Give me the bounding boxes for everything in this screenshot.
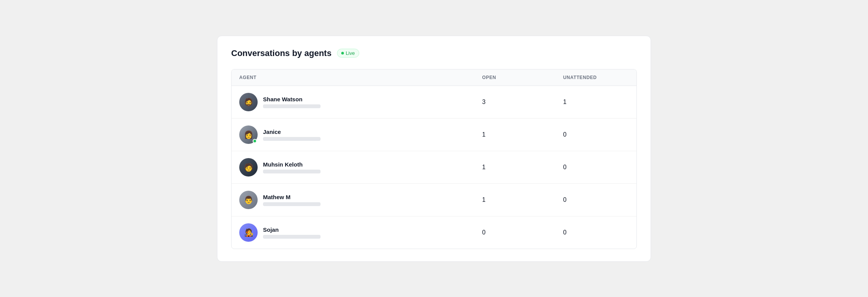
agent-info: Janice <box>263 129 321 141</box>
open-count: 1 <box>475 151 556 183</box>
avatar: 🧑 <box>239 158 258 177</box>
avatar: 🧔 <box>239 93 258 111</box>
agents-table-wrapper: AGENT OPEN UNATTENDED 🧔Shane Watson31👩Ja… <box>231 69 637 249</box>
agent-email-blurred <box>263 235 321 239</box>
agent-info-wrapper: 👩Janice <box>239 125 467 144</box>
open-count: 1 <box>475 183 556 216</box>
col-header-unattended: UNATTENDED <box>556 69 636 86</box>
agent-name: Mathew M <box>263 194 321 200</box>
open-count: 0 <box>475 216 556 249</box>
agent-name: Sojan <box>263 226 321 233</box>
agent-cell-shane-watson: 🧔Shane Watson <box>232 86 475 118</box>
conversations-by-agents-card: Conversations by agents Live AGENT OPEN … <box>217 36 651 262</box>
unattended-count: 0 <box>556 118 636 151</box>
unattended-count: 0 <box>556 183 636 216</box>
table-header: AGENT OPEN UNATTENDED <box>232 69 636 86</box>
agent-name: Shane Watson <box>263 96 321 102</box>
live-label: Live <box>346 50 355 56</box>
unattended-count: 0 <box>556 216 636 249</box>
open-count: 1 <box>475 118 556 151</box>
table-row[interactable]: 👩Janice10 <box>232 118 636 151</box>
table-row[interactable]: 🧔Shane Watson31 <box>232 86 636 118</box>
online-indicator-icon <box>253 139 257 143</box>
table-row[interactable]: 👨Mathew M10 <box>232 183 636 216</box>
col-header-open: OPEN <box>475 69 556 86</box>
agent-name: Muhsin Keloth <box>263 161 321 168</box>
open-count: 3 <box>475 86 556 118</box>
avatar-wrapper: 🧑‍🎤 <box>239 223 258 242</box>
agent-email-blurred <box>263 137 321 141</box>
agents-table: AGENT OPEN UNATTENDED 🧔Shane Watson31👩Ja… <box>232 69 636 249</box>
table-row[interactable]: 🧑‍🎤Sojan00 <box>232 216 636 249</box>
unattended-count: 1 <box>556 86 636 118</box>
agent-email-blurred <box>263 202 321 206</box>
agent-info-wrapper: 🧑‍🎤Sojan <box>239 223 467 242</box>
col-header-agent: AGENT <box>232 69 475 86</box>
avatar-wrapper: 👨 <box>239 191 258 209</box>
table-body: 🧔Shane Watson31👩Janice10🧑Muhsin Keloth10… <box>232 86 636 249</box>
avatar: 👨 <box>239 191 258 209</box>
agent-email-blurred <box>263 104 321 108</box>
agent-cell-mathew-m: 👨Mathew M <box>232 183 475 216</box>
avatar-wrapper: 🧔 <box>239 93 258 111</box>
agent-info: Mathew M <box>263 194 321 206</box>
agent-name: Janice <box>263 129 321 135</box>
live-badge: Live <box>337 49 359 58</box>
avatar-wrapper: 🧑 <box>239 158 258 177</box>
agent-cell-janice: 👩Janice <box>232 118 475 151</box>
agent-info-wrapper: 🧔Shane Watson <box>239 93 467 111</box>
avatar: 🧑‍🎤 <box>239 223 258 242</box>
agent-info: Shane Watson <box>263 96 321 108</box>
live-dot-icon <box>341 52 344 54</box>
agent-info-wrapper: 🧑Muhsin Keloth <box>239 158 467 177</box>
agent-info: Sojan <box>263 226 321 239</box>
table-row[interactable]: 🧑Muhsin Keloth10 <box>232 151 636 183</box>
agent-info-wrapper: 👨Mathew M <box>239 191 467 209</box>
unattended-count: 0 <box>556 151 636 183</box>
agent-info: Muhsin Keloth <box>263 161 321 173</box>
table-header-row: AGENT OPEN UNATTENDED <box>232 69 636 86</box>
card-title: Conversations by agents <box>231 48 332 58</box>
card-header: Conversations by agents Live <box>231 48 637 58</box>
avatar-wrapper: 👩 <box>239 125 258 144</box>
agent-cell-sojan: 🧑‍🎤Sojan <box>232 216 475 249</box>
agent-cell-muhsin-keloth: 🧑Muhsin Keloth <box>232 151 475 183</box>
agent-email-blurred <box>263 170 321 173</box>
